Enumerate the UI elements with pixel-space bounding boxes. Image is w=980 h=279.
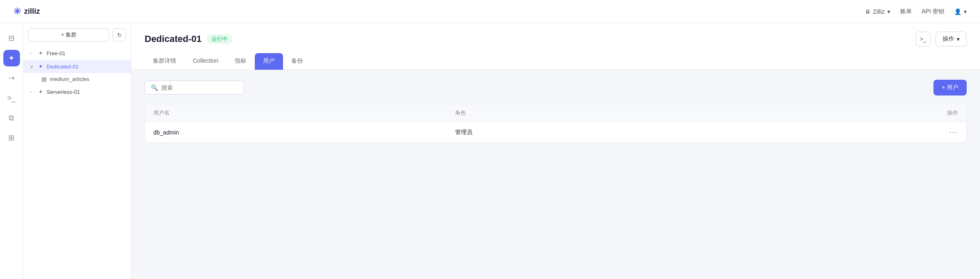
table-row: db_admin 管理员 ··· — [145, 122, 966, 142]
search-icon: 🔍 — [151, 84, 158, 91]
sidebar: + 集群 ↻ › ✦ Free-01 ∨ ✦ Dedicated-01 ▤ me… — [23, 23, 131, 279]
tab-collection[interactable]: Collection — [185, 53, 227, 70]
content-area: 🔍 + 用户 用户名 角色 操作 db_admin 管理员 ··· — [131, 70, 980, 279]
tabs: 集群详情 Collection 指标 用户 备份 — [145, 53, 967, 69]
table-header: 用户名 角色 操作 — [145, 104, 966, 122]
refresh-button[interactable]: ↻ — [113, 28, 126, 42]
add-user-button[interactable]: + 用户 — [933, 80, 967, 95]
user-role: 管理员 — [455, 129, 757, 136]
cluster-icon: ✦ — [38, 63, 43, 70]
ops-label: 操作 — [943, 35, 954, 43]
icon-bar-terminal[interactable]: >_ — [3, 90, 20, 106]
workspace-selector[interactable]: 🖥 Zilliz ▾ — [865, 8, 890, 15]
tab-label: 备份 — [291, 57, 303, 64]
top-nav-right: 🖥 Zilliz ▾ 账单 API 密钥 👤 ▾ — [865, 8, 967, 15]
logo-icon: ✳ — [13, 6, 21, 17]
more-options-button[interactable]: ··· — [949, 128, 958, 137]
collection-name: medium_articles — [50, 76, 89, 82]
page-header: Dedicated-01 运行中 >_ 操作 ▾ 集群详情 Collecti — [131, 23, 980, 70]
tab-backup[interactable]: 备份 — [283, 53, 311, 70]
logo-text: zilliz — [24, 7, 40, 16]
billing-label: 账单 — [900, 8, 912, 15]
tab-label: Collection — [193, 57, 218, 64]
user-username: db_admin — [153, 129, 455, 136]
sidebar-item-serverless-01[interactable]: › ✦ Serverless-01 — [23, 85, 131, 98]
icon-bar-cluster[interactable]: ✦ — [3, 50, 20, 66]
expand-icon: › — [30, 51, 35, 56]
billing-link[interactable]: 账单 — [900, 8, 912, 15]
workspace-icon: 🖥 — [865, 8, 871, 15]
collection-icon: ▤ — [42, 76, 47, 82]
icon-bar-pipeline[interactable]: ⇢ — [3, 70, 20, 86]
ops-chevron-icon: ▾ — [957, 36, 960, 42]
logo: ✳ zilliz — [13, 6, 40, 17]
user-chevron-icon: ▾ — [964, 8, 967, 15]
user-icon: 👤 — [954, 8, 961, 15]
icon-bar-export[interactable]: ⊞ — [3, 130, 20, 146]
workspace-chevron-icon: ▾ — [887, 8, 890, 15]
tab-cluster-details[interactable]: 集群详情 — [145, 53, 185, 70]
sidebar-sub-item-medium-articles[interactable]: ▤ medium_articles — [23, 73, 131, 85]
api-key-label: API 密钥 — [922, 8, 944, 15]
search-bar: 🔍 — [145, 81, 244, 95]
add-cluster-button[interactable]: + 集群 — [28, 28, 109, 42]
user-ops: ··· — [757, 128, 958, 137]
tab-label: 集群详情 — [153, 57, 176, 64]
workspace-label: Zilliz — [873, 8, 885, 15]
top-nav: ✳ zilliz 🖥 Zilliz ▾ 账单 API 密钥 👤 ▾ — [0, 0, 980, 23]
icon-bar-database[interactable]: ⊟ — [3, 30, 20, 46]
expand-icon: ∨ — [30, 64, 35, 69]
cluster-title: Dedicated-01 — [145, 34, 202, 44]
cluster-name: Free-01 — [47, 50, 66, 56]
main-content: Dedicated-01 运行中 >_ 操作 ▾ 集群详情 Collecti — [131, 23, 980, 279]
header-actions: >_ 操作 ▾ — [916, 32, 967, 46]
terminal-button[interactable]: >_ — [916, 32, 931, 46]
tab-users[interactable]: 用户 — [255, 53, 283, 70]
ops-button[interactable]: 操作 ▾ — [936, 32, 967, 46]
search-input[interactable] — [161, 84, 238, 91]
tab-label: 指标 — [235, 57, 246, 64]
expand-icon: › — [30, 89, 35, 94]
icon-bar-copy[interactable]: ⧉ — [3, 110, 20, 126]
api-key-link[interactable]: API 密钥 — [922, 8, 944, 15]
page-title: Dedicated-01 运行中 — [145, 34, 233, 44]
status-badge: 运行中 — [207, 34, 233, 44]
cluster-icon: ✦ — [38, 88, 43, 95]
col-header-ops: 操作 — [757, 109, 958, 117]
tab-label: 用户 — [263, 57, 275, 64]
sidebar-item-dedicated-01[interactable]: ∨ ✦ Dedicated-01 — [23, 60, 131, 73]
col-header-username: 用户名 — [153, 109, 455, 117]
cluster-name: Serverless-01 — [47, 89, 80, 95]
users-table: 用户名 角色 操作 db_admin 管理员 ··· — [145, 104, 967, 143]
tab-metrics[interactable]: 指标 — [227, 53, 255, 70]
user-menu[interactable]: 👤 ▾ — [954, 8, 967, 15]
sidebar-header: + 集群 ↻ — [23, 28, 131, 46]
col-header-role: 角色 — [455, 109, 757, 117]
cluster-icon: ✦ — [38, 50, 43, 56]
page-title-row: Dedicated-01 运行中 >_ 操作 ▾ — [145, 32, 967, 46]
sidebar-item-free-01[interactable]: › ✦ Free-01 — [23, 46, 131, 60]
cluster-name: Dedicated-01 — [47, 64, 79, 70]
icon-bar: ⊟ ✦ ⇢ >_ ⧉ ⊞ — [0, 23, 23, 279]
